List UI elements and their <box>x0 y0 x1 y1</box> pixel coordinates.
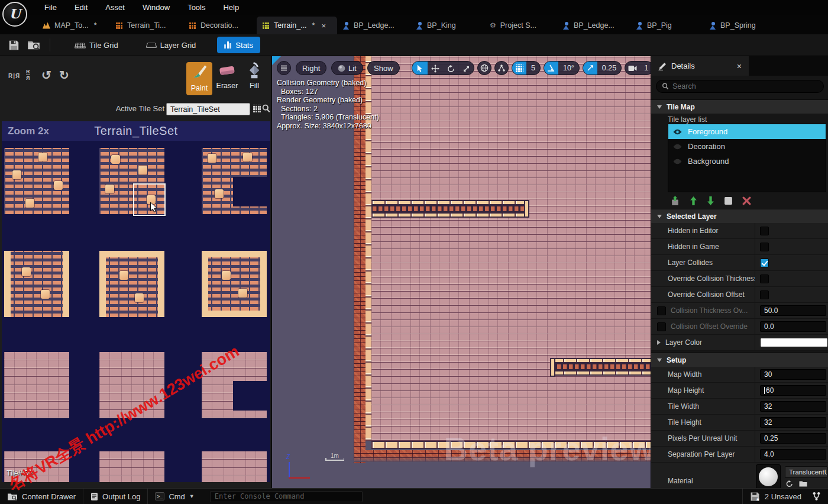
layer-row-foreground[interactable]: Foreground <box>668 124 826 139</box>
tab-map-to[interactable]: MAP_To...* <box>37 17 110 34</box>
menu-edit[interactable]: Edit <box>66 0 96 15</box>
eye-hidden-icon[interactable] <box>673 159 682 164</box>
scale-tool-button[interactable] <box>458 62 474 75</box>
move-layer-down-icon[interactable] <box>707 196 714 205</box>
tileset-tile[interactable] <box>202 251 267 317</box>
override-collision-thickness-checkbox[interactable] <box>760 274 769 283</box>
close-tab-icon[interactable]: × <box>321 21 326 30</box>
paint-tool-button[interactable]: Paint <box>186 62 212 95</box>
grid-snap-control[interactable]: 5 <box>512 61 541 75</box>
flip-horizontal-button[interactable]: R|Я <box>8 73 20 79</box>
browse-asset-icon[interactable] <box>799 480 807 487</box>
flip-vertical-button[interactable]: RЯ <box>26 69 30 81</box>
tab-bp-ledge-2[interactable]: BP_Ledge... <box>557 17 630 34</box>
separation-per-layer-field[interactable]: 4.0 <box>760 449 826 460</box>
viewport-lit-mode-dropdown[interactable]: Lit <box>331 61 363 75</box>
menu-window[interactable]: Window <box>134 0 179 15</box>
add-layer-icon[interactable] <box>670 196 680 206</box>
tileset-tile[interactable] <box>4 148 69 214</box>
content-drawer-button[interactable]: Content Drawer <box>0 489 83 504</box>
scale-snap-control[interactable]: 0.25 <box>583 61 622 75</box>
menu-file[interactable]: File <box>35 0 66 15</box>
tab-terrain-tileset[interactable]: Terrain_Ti... <box>110 17 183 34</box>
viewport-show-dropdown[interactable]: Show <box>367 61 400 75</box>
tile-width-field[interactable]: 32 <box>760 401 826 412</box>
browse-tile-set-icon[interactable] <box>262 104 270 113</box>
camera-speed-control[interactable]: 1 <box>625 61 651 75</box>
world-local-toggle[interactable] <box>477 61 491 75</box>
tab-bp-spring[interactable]: BP_Spring <box>704 17 777 34</box>
console-command-box[interactable] <box>210 491 363 502</box>
menu-tools[interactable]: Tools <box>179 0 214 15</box>
tab-bp-ledge-1[interactable]: BP_Ledge... <box>337 17 410 34</box>
stats-toggle[interactable]: Stats <box>217 37 260 53</box>
tile-grid-toggle[interactable]: Tile Grid <box>68 37 125 53</box>
rotate-cw-button[interactable]: ↻ <box>59 68 69 82</box>
tile-set-picker-icon[interactable] <box>253 105 261 112</box>
rotate-ccw-button[interactable]: ↺ <box>41 68 51 82</box>
chevron-right-icon[interactable] <box>657 340 661 345</box>
edit-condition-checkbox[interactable] <box>657 306 666 315</box>
select-tool-button[interactable] <box>412 62 428 75</box>
tileset-viewer[interactable]: Zoom 2x Terrain_TileSet Tile# 5 <box>2 121 270 482</box>
menu-asset[interactable]: Asset <box>96 0 134 15</box>
eye-hidden-icon[interactable] <box>673 144 682 150</box>
tileset-tile[interactable] <box>202 451 267 482</box>
search-input[interactable] <box>672 82 818 91</box>
tilemap-viewport[interactable]: Right Lit Show 5 10° 0.25 1 Collision Ge… <box>272 56 651 488</box>
tileset-tile[interactable] <box>4 451 69 482</box>
eye-visible-icon[interactable] <box>673 129 682 135</box>
menu-help[interactable]: Help <box>214 0 248 15</box>
material-asset-dropdown[interactable]: TranslucentU <box>785 466 827 478</box>
viewport-options-menu[interactable] <box>277 61 291 75</box>
source-control-branch-icon[interactable] <box>812 492 821 501</box>
tab-bp-pig[interactable]: BP_Pig <box>630 17 704 34</box>
unreal-logo-icon[interactable]: U <box>2 2 27 27</box>
move-tool-button[interactable] <box>428 62 443 75</box>
save-button[interactable] <box>4 37 24 53</box>
duplicate-layer-icon[interactable] <box>724 196 733 205</box>
cmd-dropdown[interactable]: >_ Cmd ▼ <box>148 489 201 504</box>
use-selected-icon[interactable] <box>786 480 793 487</box>
tileset-tile[interactable] <box>99 451 164 482</box>
eraser-tool-button[interactable]: Eraser <box>214 62 240 90</box>
pixels-per-unit-field[interactable]: 0.25 <box>760 433 826 444</box>
delete-layer-icon[interactable] <box>742 196 751 205</box>
console-command-input[interactable] <box>215 492 358 500</box>
unsaved-save-icon[interactable]: ★ <box>750 492 760 502</box>
layer-grid-toggle[interactable]: Layer Grid <box>140 37 203 53</box>
unsaved-count-label[interactable]: 2 Unsaved <box>765 492 801 501</box>
details-search-box[interactable] <box>656 80 824 93</box>
move-layer-up-icon[interactable] <box>690 196 697 205</box>
tile-map-section-header[interactable]: Tile Map <box>651 99 828 114</box>
tileset-tile[interactable] <box>4 352 69 418</box>
tileset-tile[interactable] <box>99 251 164 317</box>
hidden-in-game-checkbox[interactable] <box>760 243 769 251</box>
tileset-tile[interactable] <box>202 148 267 214</box>
fill-tool-button[interactable]: Fill <box>241 62 267 90</box>
collision-thickness-override-field[interactable]: 50.0 <box>760 305 826 316</box>
tileset-tile[interactable] <box>99 352 164 418</box>
map-width-field[interactable]: 30 <box>760 369 826 380</box>
layer-color-swatch[interactable] <box>760 338 828 347</box>
close-details-icon[interactable]: × <box>737 62 742 71</box>
viewport-camera-mode-dropdown[interactable]: Right <box>296 61 326 75</box>
tab-decoration[interactable]: Decoratio... <box>183 17 257 34</box>
browse-to-asset-button[interactable] <box>24 37 44 53</box>
layer-collides-checkbox[interactable] <box>760 259 769 267</box>
override-collision-offset-checkbox[interactable] <box>760 290 769 299</box>
tileset-tile[interactable] <box>202 352 267 418</box>
rotate-tool-button[interactable] <box>443 62 458 75</box>
layer-row-decoration[interactable]: Decoration <box>668 139 826 154</box>
active-tile-set-input[interactable] <box>166 103 250 115</box>
material-thumbnail[interactable] <box>756 464 781 488</box>
hidden-in-editor-checkbox[interactable] <box>760 227 769 235</box>
tile-height-field[interactable]: 32 <box>760 417 826 428</box>
map-height-field[interactable]: 60 <box>760 385 826 396</box>
tab-bp-king[interactable]: BP_King <box>410 17 484 34</box>
surface-snapping-button[interactable] <box>494 61 509 75</box>
tab-project-settings[interactable]: ⚙Project S... <box>484 17 557 34</box>
tileset-tile[interactable] <box>4 251 69 317</box>
tab-terrain-tilemap-active[interactable]: Terrain_...*× <box>257 17 337 34</box>
selected-layer-section-header[interactable]: Selected Layer <box>651 209 828 223</box>
